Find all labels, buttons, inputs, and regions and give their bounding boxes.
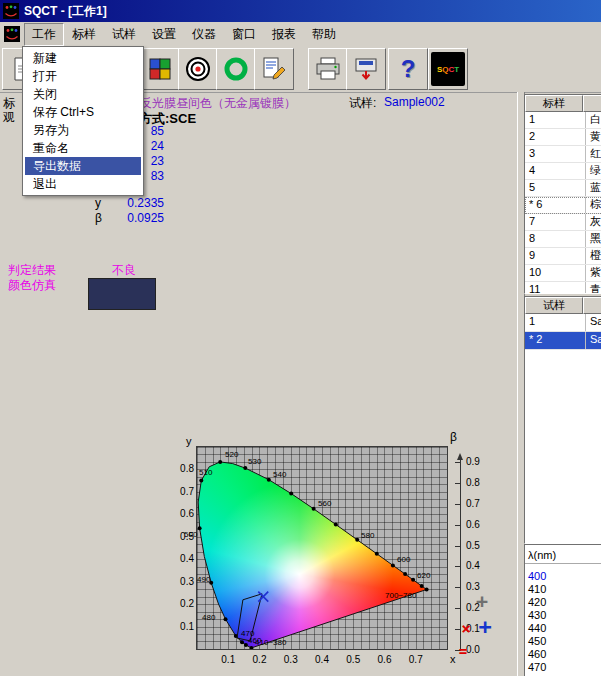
menu-item[interactable]: 另存为 <box>25 121 141 139</box>
beta-value: 0.0925 <box>120 211 164 225</box>
y-value: 0.2335 <box>120 196 164 210</box>
green-ring-button[interactable] <box>216 48 256 90</box>
judge-value: 不良 <box>112 262 136 279</box>
chromaticity-chart: y 520530540560580600620700~7805105004904… <box>170 433 470 676</box>
wavelength-label: 490 <box>197 575 210 584</box>
table-header-row: 标样名称 <box>525 95 601 112</box>
sqct-logo-icon: SQCT <box>431 52 465 86</box>
menubar-item-1[interactable]: 工作 <box>24 23 64 46</box>
table-row[interactable]: * 6棕 <box>525 197 601 214</box>
wavelength-label: 510 <box>199 468 212 477</box>
menubar-item-7[interactable]: 报表 <box>264 23 304 46</box>
window-title: SQCT - [工作1] <box>24 3 107 20</box>
wavelength-label: 620 <box>417 571 430 580</box>
wavelength-list: 400410420430440450460470480 <box>525 564 601 676</box>
menu-item[interactable]: 导出数据 <box>25 157 141 175</box>
menubar-item-6[interactable]: 窗口 <box>224 23 264 46</box>
table-row[interactable]: 7灰 <box>525 214 601 231</box>
printer-icon <box>315 56 341 82</box>
printer-button[interactable] <box>308 48 348 90</box>
y-tick-label: 0.2 <box>170 598 194 609</box>
beta-tick <box>455 566 461 567</box>
menubar-item-3[interactable]: 试样 <box>104 23 144 46</box>
row-name-cell: 棕 <box>586 197 601 213</box>
row-name-cell: 青 <box>586 282 601 294</box>
row-number-cell: 10 <box>525 265 586 281</box>
edit-doc-button[interactable] <box>254 48 294 90</box>
y-tick-label: 0.1 <box>170 621 194 632</box>
menu-item[interactable]: 新建 <box>25 49 141 67</box>
row-number-cell: * 2 <box>525 332 586 349</box>
table-row[interactable]: 2黄 <box>525 129 601 146</box>
table-header-cell: 名称 <box>583 95 601 112</box>
wavelength-row: 410 <box>525 583 601 596</box>
menu-item[interactable]: 保存 Ctrl+S <box>25 103 141 121</box>
export-icon <box>353 56 379 82</box>
menubar-item-2[interactable]: 标样 <box>64 23 104 46</box>
row-number-cell: 3 <box>525 146 586 162</box>
menu-item[interactable]: 打开 <box>25 67 141 85</box>
menubar-item-4[interactable]: 设置 <box>144 23 184 46</box>
beta-tick <box>455 629 461 630</box>
row-name-cell: 红 <box>586 146 601 162</box>
table-row[interactable]: 3红 <box>525 146 601 163</box>
menubar-item-8[interactable]: 帮助 <box>304 23 344 46</box>
table-row[interactable]: 8黑 <box>525 231 601 248</box>
menu-item[interactable]: 关闭 <box>25 85 141 103</box>
wavelength-label: 700~780 <box>385 591 416 600</box>
table-row[interactable]: 5蓝 <box>525 180 601 197</box>
y-tick-label: 0.7 <box>170 486 194 497</box>
row-number-cell: 1 <box>525 314 586 331</box>
wavelength-row: 440 <box>525 622 601 635</box>
x-tick-label: 0.6 <box>376 654 394 665</box>
table-row[interactable]: 9橙 <box>525 248 601 265</box>
table-row[interactable]: 11青 <box>525 282 601 294</box>
x-tick-label: 0.1 <box>219 654 237 665</box>
sample-label: 试样: <box>349 95 376 112</box>
y-tick-label: 0.5 <box>170 531 194 542</box>
plot-marker: × <box>461 621 471 637</box>
export-button[interactable] <box>346 48 386 90</box>
color-tiles-button[interactable] <box>140 48 180 90</box>
sqct-logo-button[interactable]: SQCT <box>428 48 468 90</box>
wavelength-panel: λ(nm) 400410420430440450460470480 <box>524 544 601 676</box>
table-row[interactable]: 10紫 <box>525 265 601 282</box>
help-button[interactable]: ? <box>388 48 428 90</box>
beta-tick-label: 0.7 <box>466 498 480 509</box>
app-logo-icon <box>3 3 19 19</box>
document-icon <box>4 26 20 42</box>
beta-tick-label: 0.4 <box>466 560 480 571</box>
table-header-cell: 名称 <box>583 297 601 314</box>
table-row[interactable]: 1Sample001 <box>525 314 601 332</box>
menubar-item-5[interactable]: 仪器 <box>184 23 224 46</box>
menu-item[interactable]: 重命名 <box>25 139 141 157</box>
row-number-cell: 9 <box>525 248 586 264</box>
color-tiles-icon <box>147 56 173 82</box>
target-button[interactable] <box>178 48 218 90</box>
table-header-cell: 试样 <box>525 297 583 314</box>
y-axis-title: y <box>186 435 192 447</box>
plot-marker: + <box>478 616 491 638</box>
beta-tick <box>455 546 461 547</box>
x-tick-label: 0.4 <box>313 654 331 665</box>
wavelength-label: 480 <box>202 613 215 622</box>
table-header-row: 试样名称 <box>525 297 601 314</box>
beta-tick <box>455 483 461 484</box>
table-row[interactable]: 1白 <box>525 112 601 129</box>
table-row[interactable]: 4绿 <box>525 163 601 180</box>
menu-bar: 工作标样试样设置仪器窗口报表帮助 <box>0 22 601 46</box>
menu-item[interactable]: 退出 <box>25 175 141 193</box>
y-tick-label: 0.4 <box>170 553 194 564</box>
title-bar: SQCT - [工作1] <box>0 0 601 22</box>
beta-tick <box>455 462 461 463</box>
x-tick-label: 0.5 <box>344 654 362 665</box>
wavelength-row: 470 <box>525 661 601 674</box>
row-name-cell: 绿 <box>586 163 601 179</box>
row-number-cell: 1 <box>525 112 586 128</box>
plot-marker: = <box>459 644 467 658</box>
standards-table: 标样名称1白2黄3红4绿5蓝* 6棕7灰8黑9橙10紫11青 <box>524 94 601 294</box>
row-name-cell: 白 <box>586 112 601 128</box>
beta-tick-label: 0.5 <box>466 540 480 551</box>
table-row[interactable]: * 2Sample002 <box>525 332 601 350</box>
wavelength-label: 520 <box>225 450 238 459</box>
